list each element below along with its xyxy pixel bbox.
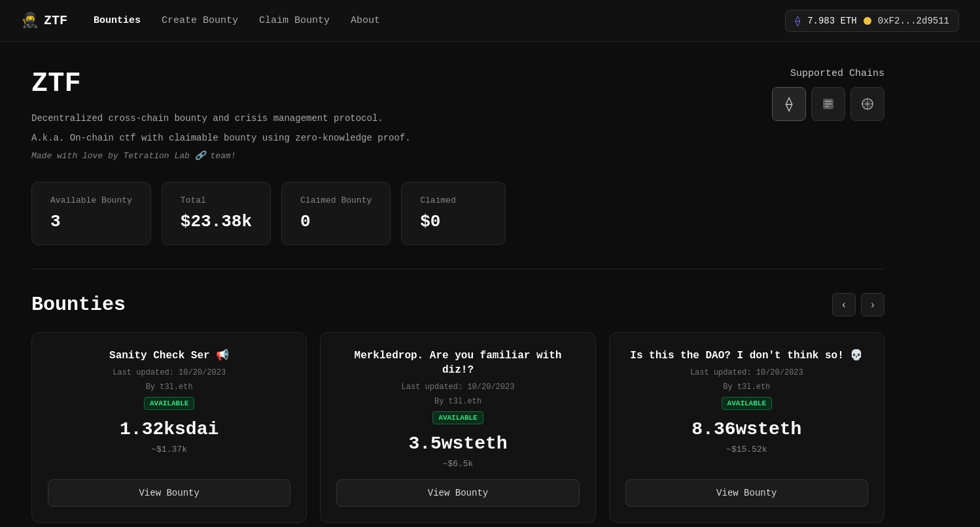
- view-bounty-button-2[interactable]: View Bounty: [625, 479, 868, 507]
- wallet-button[interactable]: ⟠ 7.983 ETH 0xF2...2d9511: [785, 10, 959, 32]
- logo-icon: 🥷: [21, 12, 39, 29]
- chain-icon-scroll[interactable]: [811, 87, 845, 121]
- bounty-card-2: Is this the DAO? I don't think so! 💀 Las…: [609, 332, 884, 524]
- bounty-badge-2: AVAILABLE: [722, 397, 772, 410]
- carousel-controls: ‹ ›: [832, 293, 884, 316]
- stat-card-0: Available Bounty 3: [31, 182, 151, 245]
- chain-icons: ⟠: [772, 87, 884, 121]
- stat-card-3: Claimed $0: [401, 182, 506, 245]
- stats-row: Available Bounty 3 Total $23.38k Claimed…: [31, 182, 506, 245]
- eth-balance: 7.983 ETH: [807, 16, 857, 26]
- hero-left: ZTF Decentralized cross-chain bounty and…: [31, 68, 506, 245]
- carousel-next-button[interactable]: ›: [861, 293, 884, 316]
- bounty-card-updated-2: Last updated: 10/20/2023: [625, 368, 868, 377]
- hero-desc1: Decentralized cross-chain bounty and cri…: [31, 111, 506, 127]
- hero-title: ZTF: [31, 68, 506, 99]
- stat-value-1: $23.38k: [181, 212, 252, 231]
- stat-card-1: Total $23.38k: [162, 182, 271, 245]
- bounty-usd-1: ~$6.5k: [336, 459, 579, 469]
- view-bounty-button-0[interactable]: View Bounty: [48, 479, 290, 507]
- bounty-card-0: Sanity Check Ser 📢 Last updated: 10/20/2…: [31, 332, 307, 524]
- bounty-amount-1: 3.5wsteth: [336, 434, 579, 454]
- wallet-address: 0xF2...2d9511: [878, 16, 949, 26]
- stat-label-3: Claimed: [420, 196, 487, 205]
- brand-title: ZTF: [44, 13, 67, 28]
- stat-value-2: 0: [300, 212, 372, 231]
- bounty-card-updated-1: Last updated: 10/20/2023: [336, 382, 579, 392]
- bounties-header: Bounties ‹ ›: [31, 293, 884, 316]
- eth-icon: ⟠: [795, 14, 801, 27]
- bounty-usd-0: ~$1.37k: [48, 445, 290, 454]
- bounty-usd-2: ~$15.52k: [625, 445, 868, 454]
- bounty-badge-0: AVAILABLE: [144, 397, 194, 410]
- hero-right: Supported Chains ⟠: [772, 68, 884, 121]
- bounty-card-title-1: Merkledrop. Are you familiar with diz!?: [336, 348, 579, 378]
- section-divider: [31, 269, 884, 269]
- stat-label-2: Claimed Bounty: [300, 196, 372, 205]
- chain-icon-other[interactable]: [850, 87, 884, 121]
- chain-icon-ethereum[interactable]: ⟠: [772, 87, 806, 121]
- stat-value-0: 3: [50, 212, 132, 231]
- bounty-card-updated-0: Last updated: 10/20/2023: [48, 368, 290, 377]
- stat-value-3: $0: [420, 212, 487, 231]
- hero-section: ZTF Decentralized cross-chain bounty and…: [31, 68, 884, 245]
- bounty-amount-0: 1.32ksdai: [48, 419, 290, 439]
- main-content: ZTF Decentralized cross-chain bounty and…: [0, 42, 916, 527]
- bounty-card-by-1: By t3l.eth: [336, 397, 579, 406]
- bounties-title: Bounties: [31, 294, 126, 316]
- hero-credit: Made with love by Tetration Lab 🔗 team!: [31, 150, 506, 161]
- nav-link-claim-bounty[interactable]: Claim Bounty: [259, 15, 330, 26]
- stat-label-0: Available Bounty: [50, 196, 132, 205]
- bounty-card-by-2: By t3l.eth: [625, 382, 868, 392]
- chain-indicator-dot: [864, 17, 871, 25]
- carousel-prev-button[interactable]: ‹: [832, 293, 856, 316]
- nav-link-about[interactable]: About: [351, 15, 380, 26]
- nav-links: Bounties Create Bounty Claim Bounty Abou…: [94, 15, 785, 26]
- bounty-badge-1: AVAILABLE: [432, 411, 483, 424]
- nav-brand[interactable]: 🥷 ZTF: [21, 12, 67, 29]
- bounty-card-title-0: Sanity Check Ser 📢: [48, 348, 290, 363]
- bounty-card-by-0: By t3l.eth: [48, 382, 290, 392]
- navbar: 🥷 ZTF Bounties Create Bounty Claim Bount…: [0, 0, 980, 42]
- view-bounty-button-1[interactable]: View Bounty: [336, 479, 579, 507]
- nav-link-bounties[interactable]: Bounties: [94, 15, 141, 26]
- stat-label-1: Total: [181, 196, 252, 205]
- supported-chains-title: Supported Chains: [772, 68, 884, 79]
- bounty-card-1: Merkledrop. Are you familiar with diz!? …: [320, 332, 595, 524]
- bounty-card-title-2: Is this the DAO? I don't think so! 💀: [625, 348, 868, 363]
- hero-desc2: A.k.a. On-chain ctf with claimable bount…: [31, 131, 506, 146]
- bounty-cards-container: Sanity Check Ser 📢 Last updated: 10/20/2…: [31, 332, 884, 524]
- bounty-amount-2: 8.36wsteth: [625, 419, 868, 439]
- stat-card-2: Claimed Bounty 0: [281, 182, 391, 245]
- nav-link-create-bounty[interactable]: Create Bounty: [162, 15, 238, 26]
